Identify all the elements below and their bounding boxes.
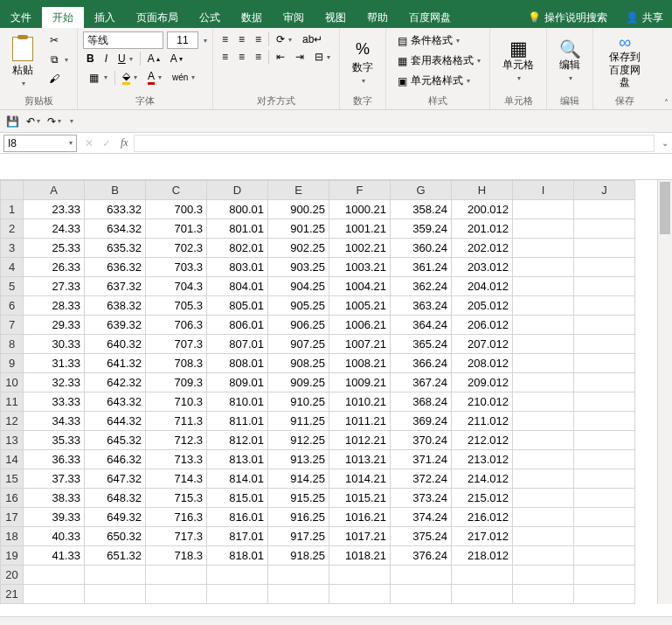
cell[interactable]: 32.33 [24, 373, 85, 392]
fx-icon[interactable]: fx [115, 136, 134, 149]
cell[interactable]: 911.25 [268, 412, 329, 431]
cell[interactable]: 803.01 [207, 258, 268, 277]
row-header[interactable]: 9 [1, 354, 24, 373]
row-header[interactable]: 19 [1, 546, 24, 566]
cell[interactable]: 906.25 [268, 316, 329, 335]
cell[interactable]: 914.25 [268, 469, 329, 489]
tab-file[interactable]: 文件 [0, 7, 42, 28]
font-color-button[interactable]: A▾ [144, 68, 165, 87]
cell[interactable]: 1001.21 [329, 219, 391, 239]
cell[interactable] [574, 412, 635, 431]
cell[interactable]: 362.24 [391, 277, 452, 296]
number-format-button[interactable]: % 数字 ▾ [345, 31, 380, 93]
row-header[interactable]: 21 [1, 585, 24, 604]
cell[interactable]: 204.012 [452, 277, 513, 296]
paste-button[interactable]: 粘贴 ▾ [5, 31, 40, 93]
cell[interactable]: 648.32 [85, 489, 146, 508]
sheet-tab-bar[interactable] [0, 616, 672, 625]
cell[interactable]: 202.012 [452, 239, 513, 258]
cell[interactable]: 643.32 [85, 392, 146, 412]
cell[interactable]: 649.32 [85, 508, 146, 527]
cell[interactable]: 717.3 [146, 527, 207, 546]
cell[interactable]: 1018.21 [329, 546, 391, 566]
cell[interactable]: 816.01 [207, 508, 268, 527]
cell[interactable] [513, 431, 574, 450]
cell[interactable]: 370.24 [391, 431, 452, 450]
cell[interactable]: 804.01 [207, 277, 268, 296]
cell[interactable] [574, 546, 635, 566]
cell[interactable]: 203.012 [452, 258, 513, 277]
cell[interactable]: 917.25 [268, 527, 329, 546]
collapse-ribbon-button[interactable]: ˄ [664, 98, 669, 108]
cell[interactable] [329, 566, 391, 585]
row-header[interactable]: 20 [1, 566, 24, 585]
cell[interactable] [574, 489, 635, 508]
enter-formula-button[interactable]: ✓ [98, 137, 115, 149]
cell[interactable] [574, 219, 635, 239]
cell[interactable] [513, 373, 574, 392]
cell[interactable]: 360.24 [391, 239, 452, 258]
cell[interactable]: 918.25 [268, 546, 329, 566]
cell[interactable]: 207.012 [452, 335, 513, 354]
cell[interactable] [513, 239, 574, 258]
cell[interactable]: 635.32 [85, 239, 146, 258]
phonetic-button[interactable]: wén▾ [169, 71, 198, 84]
cell[interactable]: 916.25 [268, 508, 329, 527]
italic-button[interactable]: I [101, 51, 111, 66]
cancel-formula-button[interactable]: ✕ [80, 137, 98, 149]
cut-button[interactable]: ✂ [44, 31, 72, 49]
cell[interactable]: 1003.21 [329, 258, 391, 277]
cell[interactable]: 218.012 [452, 546, 513, 566]
cell[interactable] [574, 469, 635, 489]
cell[interactable]: 28.33 [24, 296, 85, 316]
cell[interactable]: 708.3 [146, 354, 207, 373]
cell[interactable]: 217.012 [452, 527, 513, 546]
vertical-scrollbar[interactable] [657, 180, 672, 604]
cell[interactable]: 371.24 [391, 450, 452, 469]
save-icon[interactable]: 💾 [5, 115, 19, 128]
fill-color-button[interactable]: ⬙▾ [119, 68, 141, 87]
cell[interactable]: 374.24 [391, 508, 452, 527]
cell[interactable]: 711.3 [146, 412, 207, 431]
cell[interactable]: 802.01 [207, 239, 268, 258]
cell[interactable] [85, 585, 146, 604]
cell[interactable]: 716.3 [146, 508, 207, 527]
scrollbar-thumb[interactable] [660, 182, 670, 234]
column-header[interactable]: C [146, 181, 207, 200]
cell[interactable]: 645.32 [85, 431, 146, 450]
cell[interactable] [574, 527, 635, 546]
cell[interactable]: 900.25 [268, 200, 329, 219]
tab-layout[interactable]: 页面布局 [126, 7, 189, 28]
cell[interactable]: 646.32 [85, 450, 146, 469]
underline-button[interactable]: U▾ [114, 51, 136, 66]
cell[interactable] [452, 585, 513, 604]
cell[interactable] [574, 373, 635, 392]
cell[interactable]: 912.25 [268, 431, 329, 450]
cell[interactable] [146, 566, 207, 585]
row-header[interactable]: 2 [1, 219, 24, 239]
row-header[interactable]: 3 [1, 239, 24, 258]
tab-baidu[interactable]: 百度网盘 [398, 7, 461, 28]
row-header[interactable]: 4 [1, 258, 24, 277]
tell-me[interactable]: 💡 操作说明搜索 [518, 7, 616, 28]
cell[interactable] [513, 469, 574, 489]
redo-button[interactable]: ↷▾ [47, 115, 61, 128]
cell[interactable] [24, 585, 85, 604]
cell[interactable]: 359.24 [391, 219, 452, 239]
row-header[interactable]: 14 [1, 450, 24, 469]
cell[interactable] [513, 508, 574, 527]
cell[interactable]: 817.01 [207, 527, 268, 546]
cell[interactable]: 1000.21 [329, 200, 391, 219]
align-right-button[interactable]: ≡ [252, 49, 265, 65]
cell[interactable] [574, 450, 635, 469]
chevron-down-icon[interactable]: ▾ [69, 139, 73, 147]
cell[interactable]: 213.012 [452, 450, 513, 469]
tab-review[interactable]: 审阅 [273, 7, 315, 28]
cell[interactable]: 1011.21 [329, 412, 391, 431]
cell[interactable]: 375.24 [391, 527, 452, 546]
cell[interactable] [268, 566, 329, 585]
table-format-button[interactable]: ▦套用表格格式▾ [391, 52, 484, 70]
cell[interactable]: 210.012 [452, 392, 513, 412]
cell[interactable]: 712.3 [146, 431, 207, 450]
cell[interactable]: 901.25 [268, 219, 329, 239]
